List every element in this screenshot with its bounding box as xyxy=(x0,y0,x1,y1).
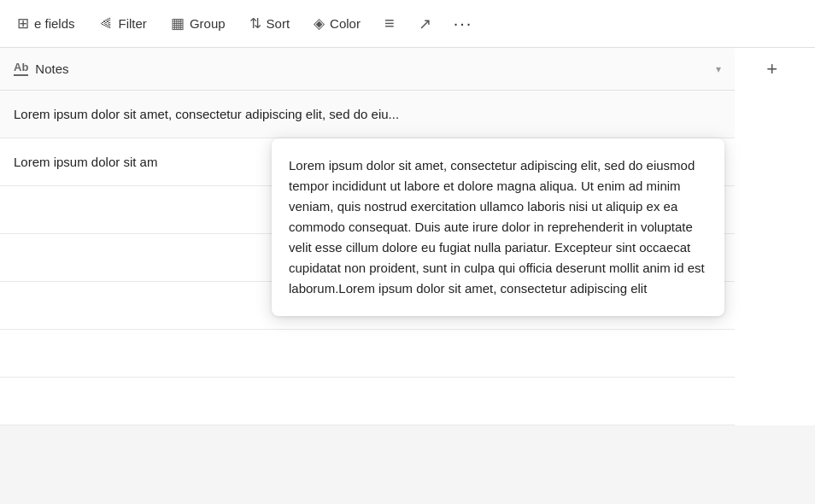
share-button[interactable]: ↗ xyxy=(408,9,442,38)
add-column-button[interactable]: + xyxy=(766,58,777,80)
more-button[interactable]: ··· xyxy=(445,9,482,38)
group-icon: ▦ xyxy=(171,15,185,32)
tooltip-popup: Lorem ipsum dolor sit amet, consectetur … xyxy=(272,138,724,316)
color-button[interactable]: ◈ Color xyxy=(303,9,371,38)
column-type-icon: Ab xyxy=(14,62,28,76)
cell-text: Lorem ipsum dolor sit amet, consectetur … xyxy=(0,91,735,138)
table-area: Ab Notes ▾ + Lorem ipsum dolor sit amet,… xyxy=(0,48,815,425)
sort-button[interactable]: ⇅ Sort xyxy=(239,9,301,38)
color-label: Color xyxy=(330,16,361,31)
column-header[interactable]: Ab Notes ▾ + xyxy=(0,48,735,91)
color-icon: ◈ xyxy=(314,15,325,32)
share-icon: ↗ xyxy=(419,15,431,33)
fields-icon: ⊞ xyxy=(17,15,29,32)
row-height-button[interactable]: ≡ xyxy=(374,9,405,38)
row-height-icon: ≡ xyxy=(384,14,395,33)
table-row[interactable] xyxy=(0,330,735,378)
sort-icon: ⇅ xyxy=(249,15,261,32)
fields-label: e fields xyxy=(34,16,75,31)
table-row[interactable]: Lorem ipsum dolor sit amet, consectetur … xyxy=(0,91,735,138)
tooltip-text: Lorem ipsum dolor sit amet, consectetur … xyxy=(289,158,705,296)
group-label: Group xyxy=(190,16,226,31)
table-row[interactable] xyxy=(0,378,735,425)
sort-label: Sort xyxy=(267,16,290,31)
fields-button[interactable]: ⊞ e fields xyxy=(7,9,85,38)
group-button[interactable]: ▦ Group xyxy=(161,9,236,38)
toolbar: ⊞ e fields ⫷ Filter ▦ Group ⇅ Sort ◈ Col… xyxy=(0,0,815,48)
column-title: Notes xyxy=(35,62,68,76)
filter-icon: ⫷ xyxy=(99,15,114,32)
column-chevron-icon: ▾ xyxy=(716,63,721,75)
more-label: ··· xyxy=(454,14,473,33)
filter-button[interactable]: ⫷ Filter xyxy=(89,10,157,38)
filter-label: Filter xyxy=(119,16,147,31)
